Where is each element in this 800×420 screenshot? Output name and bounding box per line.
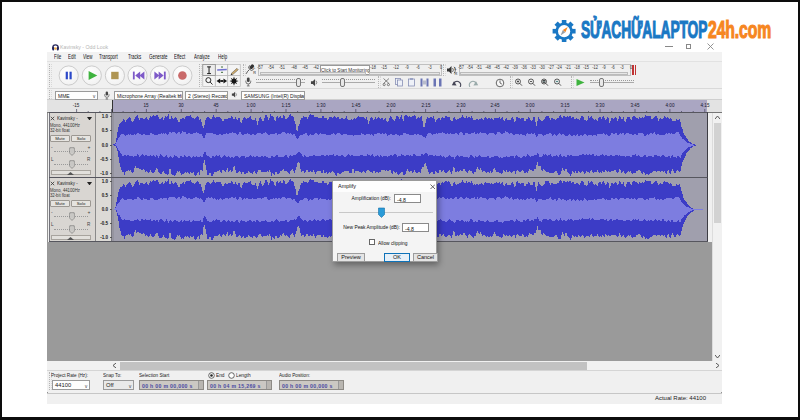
svg-text:R: R: [455, 71, 458, 76]
svg-text:R: R: [253, 71, 256, 75]
